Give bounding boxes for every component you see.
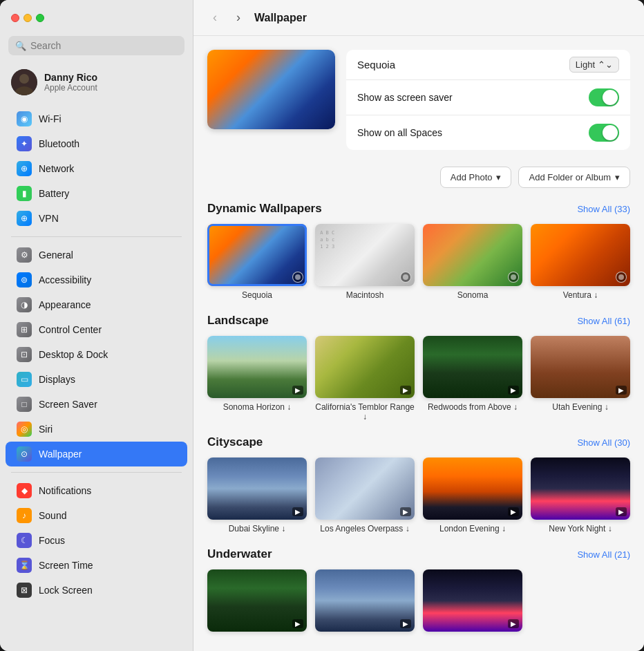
video-badge-losangeles: ▶ [400, 507, 411, 516]
wallpaper-caption-redwoods: Redwoods from Above ↓ [428, 402, 518, 412]
add-photo-button[interactable]: Add Photo ▾ [440, 167, 512, 188]
wallpaper-caption-newyork: New York Night ↓ [549, 524, 612, 534]
user-info: Danny Rico Apple Account [44, 72, 97, 93]
selected-ring-sequoia [207, 224, 307, 286]
appearance-icon: ◑ [17, 297, 32, 312]
wallpaper-grid-landscape: ▶Sonoma Horizon ↓▶California's Temblor R… [207, 336, 630, 422]
wallpaper-item-sequoia[interactable]: Sequoia [207, 224, 307, 300]
sidebar-label-bluetooth: Bluetooth [39, 138, 79, 149]
sound-icon: ♪ [17, 508, 32, 523]
wallpaper-item-dubai[interactable]: ▶Dubai Skyline ↓ [207, 457, 307, 534]
back-button[interactable]: ‹ [207, 10, 222, 26]
wallpaper-item-ventura[interactable]: Ventura ↓ [531, 224, 630, 300]
sidebar-label-screen-time: Screen Time [39, 560, 93, 571]
sidebar-item-siri[interactable]: ◎Siri [6, 417, 187, 442]
traffic-lights [11, 14, 44, 22]
wallpaper-item-redwoods[interactable]: ▶Redwoods from Above ↓ [423, 336, 522, 422]
sidebar: 🔍 Danny Rico Apple Account ◉Wi-Fi✦Blueto… [0, 0, 193, 651]
sidebar-item-sound[interactable]: ♪Sound [6, 503, 187, 528]
sidebar-section: ◉Wi-Fi✦Bluetooth⊕Network▮Battery⊕VPN⚙Gen… [0, 104, 193, 651]
sidebar-label-wallpaper: Wallpaper [39, 449, 82, 460]
sidebar-item-accessibility[interactable]: ⊚Accessibility [6, 267, 187, 292]
wallpaper-item-sonoma[interactable]: Sonoma [423, 224, 522, 300]
sidebar-item-appearance[interactable]: ◑Appearance [6, 292, 187, 317]
sidebar-item-lock-screen[interactable]: ⊠Lock Screen [6, 578, 187, 603]
sidebar-label-accessibility: Accessibility [39, 274, 91, 285]
show-all-underwater[interactable]: Show All (21) [577, 549, 630, 560]
section-header-cityscape: CityscapeShow All (30) [207, 435, 630, 449]
show-all-landscape[interactable]: Show All (61) [577, 316, 630, 326]
sidebar-label-battery: Battery [39, 188, 69, 199]
sidebar-label-network: Network [39, 163, 74, 174]
forward-button[interactable]: › [231, 10, 246, 26]
add-folder-button[interactable]: Add Folder or Album ▾ [518, 167, 630, 188]
user-profile[interactable]: Danny Rico Apple Account [0, 64, 193, 104]
wallpaper-item-macintosh[interactable]: A B Ca b c1 2 3Macintosh [315, 224, 415, 300]
wallpaper-item-newyork[interactable]: ▶New York Night ↓ [531, 457, 630, 534]
show-screensaver-toggle[interactable] [589, 88, 619, 106]
show-all-dynamic[interactable]: Show All (33) [577, 204, 630, 214]
sidebar-label-focus: Focus [39, 535, 65, 546]
section-header-underwater: UnderwaterShow All (21) [207, 547, 630, 561]
section-title-underwater: Underwater [207, 547, 272, 561]
focus-icon: ☾ [17, 533, 32, 548]
sidebar-item-control-center[interactable]: ⊞Control Center [6, 317, 187, 342]
svg-point-1 [19, 74, 29, 84]
wallpaper-top-section: Sequoia Light ⌃⌄ Show as screen saver Sh… [207, 50, 630, 150]
chevron-icon: ⌃⌄ [598, 59, 613, 70]
dynamic-badge-sonoma [508, 272, 519, 283]
close-button[interactable] [11, 14, 19, 22]
sidebar-item-screen-saver[interactable]: □Screen Saver [6, 392, 187, 417]
wallpaper-item-uw2[interactable]: ▶ [315, 569, 415, 636]
section-title-cityscape: Cityscape [207, 435, 263, 449]
sidebar-item-desktop-dock[interactable]: ⊡Desktop & Dock [6, 342, 187, 367]
sidebar-label-vpn: VPN [39, 213, 59, 224]
search-box[interactable]: 🔍 [8, 36, 184, 55]
wallpaper-caption-london: London Evening ↓ [439, 524, 506, 534]
sidebar-label-siri: Siri [39, 424, 53, 435]
show-all-cityscape[interactable]: Show All (30) [577, 437, 630, 448]
sidebar-label-lock-screen: Lock Screen [39, 585, 93, 596]
wallpaper-item-utah[interactable]: ▶Utah Evening ↓ [531, 336, 630, 422]
main-content: ‹ › Wallpaper Sequoia Light ⌃⌄ Sho [193, 0, 644, 651]
sidebar-item-network[interactable]: ⊕Network [6, 156, 187, 181]
video-badge-uw1: ▶ [292, 619, 303, 628]
sidebar-item-general[interactable]: ⚙General [6, 243, 187, 267]
sidebar-label-general: General [39, 249, 73, 261]
sidebar-label-control-center: Control Center [39, 324, 102, 335]
user-name: Danny Rico [44, 72, 97, 84]
wallpaper-item-sonoma-horizon[interactable]: ▶Sonoma Horizon ↓ [207, 336, 307, 422]
avatar [11, 69, 37, 95]
main-scroll[interactable]: Sequoia Light ⌃⌄ Show as screen saver Sh… [193, 36, 644, 651]
sections-container: Dynamic WallpapersShow All (33)SequoiaA … [207, 202, 630, 636]
sidebar-label-desktop-dock: Desktop & Dock [39, 349, 108, 360]
wallpaper-item-losangeles[interactable]: ▶Los Angeles Overpass ↓ [315, 457, 415, 534]
dynamic-badge-macintosh [400, 272, 411, 283]
wallpaper-item-uw1[interactable]: ▶ [207, 569, 307, 636]
sidebar-label-appearance: Appearance [39, 299, 91, 310]
show-spaces-toggle[interactable] [589, 124, 619, 142]
sidebar-item-focus[interactable]: ☾Focus [6, 528, 187, 553]
light-mode-select[interactable]: Light ⌃⌄ [569, 57, 619, 73]
sidebar-item-wifi[interactable]: ◉Wi-Fi [6, 106, 187, 131]
section-header-dynamic: Dynamic WallpapersShow All (33) [207, 202, 630, 216]
wallpaper-thumb-sonoma [423, 224, 522, 286]
sidebar-item-vpn[interactable]: ⊕VPN [6, 206, 187, 231]
sidebar-item-wallpaper[interactable]: ⊙Wallpaper [6, 442, 187, 466]
sidebar-item-displays[interactable]: ▭Displays [6, 367, 187, 392]
wallpaper-caption-dubai: Dubai Skyline ↓ [229, 524, 286, 534]
sidebar-label-wifi: Wi-Fi [39, 113, 61, 124]
sidebar-item-battery[interactable]: ▮Battery [6, 181, 187, 206]
wallpaper-caption-sonoma: Sonoma [457, 290, 489, 300]
sidebar-item-screen-time[interactable]: ⌛Screen Time [6, 553, 187, 578]
wallpaper-item-california[interactable]: ▶California's Temblor Range ↓ [315, 336, 415, 422]
minimize-button[interactable] [23, 14, 32, 22]
sidebar-item-notifications[interactable]: ◆Notifications [6, 478, 187, 503]
search-input[interactable] [30, 40, 178, 51]
wallpaper-item-london[interactable]: ▶London Evening ↓ [423, 457, 522, 534]
battery-icon: ▮ [17, 186, 32, 201]
maximize-button[interactable] [36, 14, 44, 22]
wallpaper-item-uw3[interactable]: ▶ [423, 569, 522, 636]
sidebar-item-bluetooth[interactable]: ✦Bluetooth [6, 131, 187, 156]
wallpaper-caption-losangeles: Los Angeles Overpass ↓ [320, 524, 409, 534]
